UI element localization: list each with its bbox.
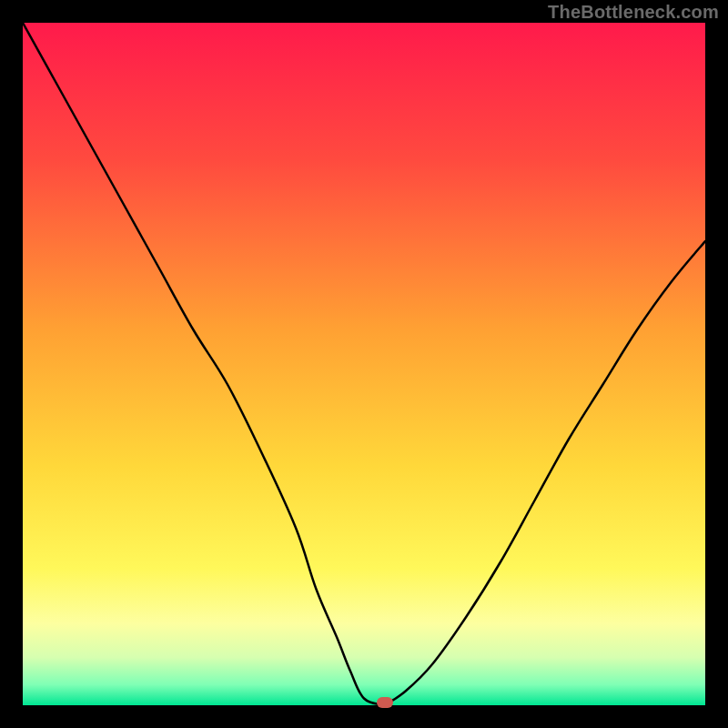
gradient-rect xyxy=(23,23,705,705)
chart-frame: TheBottleneck.com xyxy=(0,0,728,728)
plot-svg xyxy=(23,23,705,705)
plot-area xyxy=(23,23,705,705)
optimum-marker xyxy=(377,697,393,708)
watermark-label: TheBottleneck.com xyxy=(548,2,719,23)
